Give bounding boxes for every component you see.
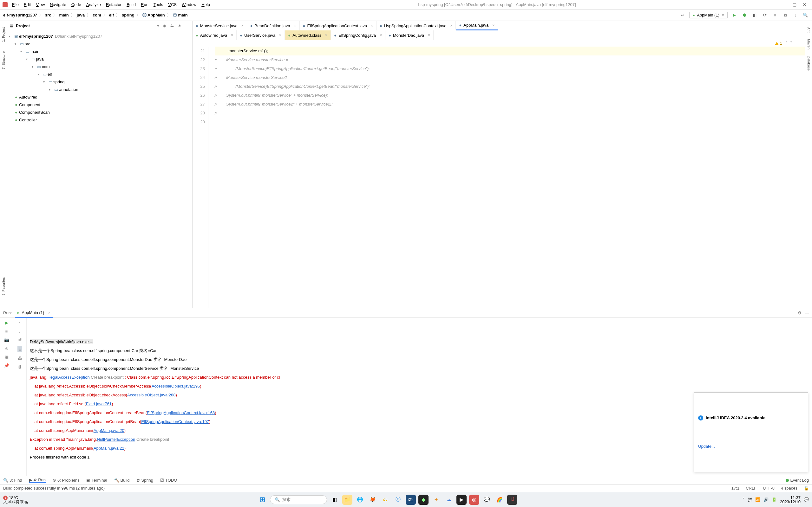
close-tab-icon[interactable]: × xyxy=(450,23,452,28)
profile-button[interactable]: ⟳ xyxy=(761,12,768,19)
menu-analyze[interactable]: Analyze xyxy=(84,2,103,8)
up-icon[interactable]: ↑ xyxy=(19,320,21,325)
coverage-button[interactable]: ◧ xyxy=(751,12,758,19)
run-hide-icon[interactable]: ― xyxy=(805,311,809,315)
find-tab[interactable]: 🔍 3: Find xyxy=(3,478,22,483)
start-button[interactable]: ⊞ xyxy=(257,495,267,505)
lang-icon[interactable]: 拼 xyxy=(748,497,752,503)
line-separator[interactable]: CRLF xyxy=(746,486,757,491)
tab-appmain-java[interactable]: ●AppMain.java× xyxy=(456,21,498,31)
tree-item-com[interactable]: ▾▭com xyxy=(9,63,190,70)
favorites-tool-tab[interactable]: 2: Favorites xyxy=(2,277,5,295)
store-icon[interactable]: 🛍 xyxy=(406,495,416,505)
app-icon-2[interactable]: ✦ xyxy=(431,495,441,505)
rerun-button[interactable]: ▶ xyxy=(5,320,8,325)
volume-icon[interactable]: 🔊 xyxy=(763,497,768,502)
code-editor[interactable]: monsterService.m1();// MonsterService mo… xyxy=(208,47,805,308)
file-encoding[interactable]: UTF-8 xyxy=(763,486,774,491)
app-icon-1[interactable]: ◆ xyxy=(418,495,428,505)
tree-item-<b>elf-myspring1207</b>[interactable]: ▾▣elf-myspring1207D:\lianxi\elf-myspring… xyxy=(9,32,190,40)
tab-monsterdao-java[interactable]: ●MonsterDao.java× xyxy=(386,31,434,40)
app-icon-3[interactable]: ☁ xyxy=(444,495,454,505)
chrome-icon[interactable]: 🌈 xyxy=(495,495,505,505)
run-settings-icon[interactable]: ⚙ xyxy=(798,311,802,315)
media-icon[interactable]: ▶ xyxy=(456,495,467,505)
battery-icon[interactable]: 🔋 xyxy=(772,497,777,502)
task-view-icon[interactable]: ◧ xyxy=(329,495,340,505)
close-tab-icon[interactable]: × xyxy=(325,33,327,38)
menu-code[interactable]: Code xyxy=(69,2,83,8)
menu-build[interactable]: Build xyxy=(125,2,138,8)
tree-item-component[interactable]: ●Component xyxy=(9,101,190,108)
tree-item-controller[interactable]: ●Controller xyxy=(9,116,190,124)
clear-icon[interactable]: 🗑 xyxy=(18,364,22,369)
wechat-icon[interactable]: 💬 xyxy=(482,495,492,505)
menu-run[interactable]: Run xyxy=(139,2,150,8)
wrap-icon[interactable]: ⏎ xyxy=(18,337,21,342)
taskbar-search[interactable]: 🔍 搜索 xyxy=(270,495,327,504)
project-combo-icon[interactable]: ▤ xyxy=(9,23,13,28)
hide-icon[interactable]: ― xyxy=(185,23,190,28)
close-tab-icon[interactable]: × xyxy=(492,23,495,27)
layout-icon[interactable]: ▦ xyxy=(5,354,9,359)
close-tab-icon[interactable]: × xyxy=(428,33,430,38)
settings-icon[interactable]: ✶ xyxy=(177,23,182,28)
update-link[interactable]: Update... xyxy=(698,442,804,451)
stacktrace-link[interactable]: AccessibleObject.java:288 xyxy=(127,393,175,397)
tree-item-annotation[interactable]: ▾▭annotation xyxy=(9,86,190,93)
breadcrumb-main[interactable]: ⓜ main xyxy=(173,12,188,18)
tab-hspspringapplicationcontext-java[interactable]: ●HspSpringApplicationContext.java× xyxy=(376,21,456,31)
terminal-tab[interactable]: ▣ Terminal xyxy=(86,478,107,483)
tree-item-src[interactable]: ▾▭src xyxy=(9,40,190,48)
tree-item-elf[interactable]: ▾▭elf xyxy=(9,70,190,78)
wifi-icon[interactable]: 📶 xyxy=(755,497,760,502)
maven-tool-tab[interactable]: Maven xyxy=(807,39,811,49)
breadcrumb-java[interactable]: java xyxy=(77,13,85,17)
tab-autowired-class[interactable]: ●Autowired.class× xyxy=(285,31,331,40)
tab-elfspringapplicationcontext-java[interactable]: ●ElfSpringApplicationContext.java× xyxy=(300,21,376,31)
lock-icon[interactable]: 🔓 xyxy=(804,486,809,491)
firefox-icon[interactable]: 🦊 xyxy=(368,495,378,505)
down-icon[interactable]: ↓ xyxy=(19,329,21,334)
tray-chevron-icon[interactable]: ˄ xyxy=(743,497,745,502)
menu-vcs[interactable]: VCS xyxy=(166,2,179,8)
breadcrumb-elf[interactable]: elf xyxy=(109,13,114,17)
tree-item-componentscan[interactable]: ●ComponentScan xyxy=(9,108,190,116)
menu-view[interactable]: View xyxy=(34,2,47,8)
stop-run-button[interactable]: ■ xyxy=(5,329,8,334)
close-tab-icon[interactable]: × xyxy=(371,23,373,28)
notifications-icon[interactable]: 💬 xyxy=(804,497,809,502)
git-icon[interactable]: ⧉ xyxy=(781,12,789,19)
spring-tab[interactable]: ✿ Spring xyxy=(136,478,153,483)
breadcrumb-appmain[interactable]: ⓒ AppMain xyxy=(142,12,165,18)
inspection-warning[interactable]: 1 ˄ ˅ xyxy=(775,41,792,46)
locate-icon[interactable]: ⊕ xyxy=(162,23,167,28)
tab-elfspringconfig-java[interactable]: ●ElfSpringConfig.java× xyxy=(331,31,386,40)
folder-icon[interactable]: 🗂 xyxy=(380,495,391,505)
close-tab-icon[interactable]: × xyxy=(241,23,244,28)
project-tree[interactable]: ▾▣elf-myspring1207D:\lianxi\elf-myspring… xyxy=(7,31,192,308)
pin-icon[interactable]: 📌 xyxy=(4,363,9,368)
weather-widget[interactable]: 118°C 大风即将来临 xyxy=(3,496,28,504)
stop-button[interactable]: ■ xyxy=(771,12,778,19)
menu-file[interactable]: File xyxy=(10,2,20,8)
close-tab-icon[interactable]: × xyxy=(380,33,382,38)
system-tray[interactable]: ˄ 拼 📶 🔊 🔋 11:37 2023/12/10 💬 xyxy=(743,496,809,504)
tree-item-autowired[interactable]: ●Autowired xyxy=(9,93,190,101)
stacktrace-link[interactable]: ElfSpringApplicationContext.java:197 xyxy=(141,419,209,424)
breadcrumb-com[interactable]: com xyxy=(93,13,101,17)
stacktrace-link[interactable]: IllegalAccessException xyxy=(48,375,90,380)
close-tab-icon[interactable]: × xyxy=(294,23,296,28)
collapse-icon[interactable]: ⇆ xyxy=(169,23,174,28)
breadcrumb-src[interactable]: src xyxy=(45,13,51,17)
dump-icon[interactable]: 📷 xyxy=(4,337,9,342)
edge-icon[interactable]: 🌐 xyxy=(355,495,365,505)
event-log-tab[interactable]: Event Log xyxy=(786,478,809,483)
stacktrace-link[interactable]: AccessibleObject.java:296 xyxy=(152,384,200,389)
minimize-icon[interactable]: ― xyxy=(782,2,786,7)
run-bottom-tab[interactable]: ▶ 4: Run xyxy=(29,477,46,483)
stacktrace-link[interactable]: AppMain.java:22 xyxy=(94,446,124,451)
project-tool-tab[interactable]: 1: Project xyxy=(2,27,5,42)
intellij-icon[interactable]: IJ xyxy=(507,495,517,505)
run-tab[interactable]: ▸ AppMain (1) × xyxy=(15,308,53,318)
